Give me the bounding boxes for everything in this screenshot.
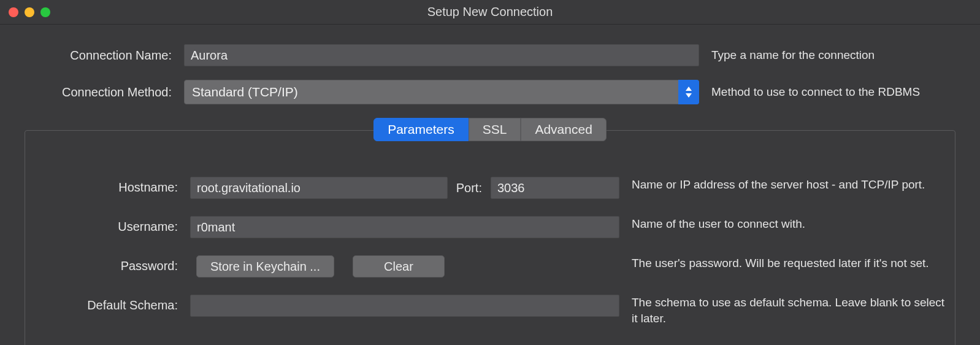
zoom-window-button[interactable] [40,7,50,17]
connection-method-label: Connection Method: [25,85,172,99]
window-controls [9,7,50,17]
connection-name-hint: Type a name for the connection [711,47,955,63]
window-title: Setup New Connection [427,5,553,19]
tab-advanced[interactable]: Advanced [521,118,606,141]
tab-parameters[interactable]: Parameters [373,118,469,141]
window-titlebar: Setup New Connection [0,0,980,25]
tab-ssl[interactable]: SSL [469,118,521,141]
close-window-button[interactable] [9,7,18,17]
tab-bar: Parameters SSL Advanced [25,118,955,141]
connection-name-input[interactable] [184,44,699,66]
connection-method-hint: Method to use to connect to the RDBMS [711,84,955,100]
tab-frame [25,130,955,345]
select-arrows-icon[interactable] [678,80,699,104]
connection-method-select[interactable]: Standard (TCP/IP) [184,80,699,104]
minimize-window-button[interactable] [25,7,34,17]
connection-method-value: Standard (TCP/IP) [192,85,298,99]
connection-name-label: Connection Name: [25,48,172,63]
